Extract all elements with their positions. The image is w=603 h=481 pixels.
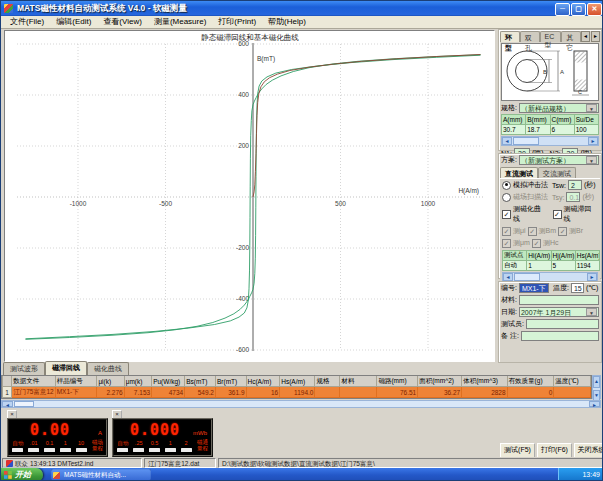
- spec-label: 规格:: [501, 103, 517, 113]
- dims-table-value[interactable]: 6: [550, 125, 574, 135]
- column-header[interactable]: 磁路(mm): [377, 376, 418, 387]
- column-header[interactable]: 样品编号: [55, 376, 97, 387]
- range-button[interactable]: [26, 448, 42, 452]
- measure-magcurve-checkbox[interactable]: ✓: [502, 210, 511, 219]
- taskbar-app-button[interactable]: MATS磁性材料自动...: [51, 469, 151, 481]
- menu-item-4[interactable]: 打印(Print): [213, 16, 261, 28]
- range-button[interactable]: [57, 448, 73, 452]
- range-button[interactable]: [162, 448, 178, 452]
- column-header[interactable]: μi(k): [97, 376, 124, 387]
- dim-label-b: B: [543, 69, 547, 75]
- maximize-button[interactable]: ▢: [571, 3, 586, 16]
- column-header[interactable]: 有效质量(g): [507, 376, 554, 387]
- dims-table-value[interactable]: 30.7: [502, 125, 526, 135]
- led-meter-flux: 0.000mWb自动.250.512磁通量程: [112, 418, 213, 457]
- tab-core-type-0[interactable]: 环型: [500, 31, 520, 42]
- print-button[interactable]: 打印(F6): [537, 443, 572, 458]
- column-header[interactable]: 材料: [340, 376, 377, 387]
- brand-icon: [6, 460, 13, 467]
- column-header[interactable]: Br(mT): [215, 376, 246, 387]
- table-hscrollbar[interactable]: ◄►: [1, 400, 601, 408]
- temp-input[interactable]: 15: [571, 283, 584, 293]
- app-icon: [4, 4, 13, 13]
- scroll-right-icon[interactable]: ►: [591, 31, 600, 42]
- tab-core-type-1[interactable]: 双孔: [520, 31, 540, 42]
- sub-checkbox-测Bm[interactable]: ✓: [528, 227, 537, 236]
- minimize-button[interactable]: ─: [555, 3, 570, 16]
- cell: 0: [507, 387, 554, 398]
- sub-checkbox-测μm[interactable]: ✓: [502, 239, 511, 248]
- tsw-input[interactable]: 2: [568, 180, 582, 190]
- column-header[interactable]: μm(k): [124, 376, 151, 387]
- column-header[interactable]: Hs(A/m): [280, 376, 315, 387]
- range-button[interactable]: [115, 448, 131, 452]
- sweep-method-radio[interactable]: [502, 193, 511, 202]
- dims-table-value[interactable]: 100: [574, 125, 598, 135]
- tab-result-2[interactable]: 磁化曲线: [87, 362, 129, 375]
- svg-text:500: 500: [335, 200, 346, 207]
- sample-group: 环型双孔EC型其它◄► B A: [498, 29, 602, 151]
- tab-core-type-3[interactable]: 其它: [561, 31, 581, 42]
- tab-result-1[interactable]: 磁滞回线: [45, 361, 87, 375]
- range-label: 自动: [10, 440, 26, 447]
- column-header[interactable]: Bs(mT): [185, 376, 216, 387]
- sub-checkbox-测μi[interactable]: ✓: [502, 227, 511, 236]
- dims-table-value[interactable]: 18.7: [526, 125, 550, 135]
- test-button[interactable]: 测试(F5): [500, 443, 535, 458]
- tsy-input[interactable]: 0.1: [566, 192, 580, 202]
- menu-item-1[interactable]: 编辑(Edit): [51, 16, 96, 28]
- table-vscrollbar[interactable]: ▲▼: [592, 375, 601, 399]
- info-group: 编号: MX1-下 温度: 15 (℃) 材料: 日期: 2007年 1月29日…: [498, 281, 602, 363]
- tab-result-0[interactable]: 测试波形: [3, 362, 45, 375]
- column-header[interactable]: 规格: [315, 376, 340, 387]
- svg-text:400: 400: [238, 91, 249, 98]
- measure-loop-checkbox[interactable]: ✓: [553, 210, 562, 219]
- sub-checkbox-测Hc[interactable]: ✓: [532, 239, 541, 248]
- close-button[interactable]: ✕: [587, 3, 602, 16]
- impulse-method-radio[interactable]: [502, 181, 511, 190]
- column-header[interactable]: 体积(mm^3): [462, 376, 507, 387]
- test-group: 方案: （新测试方案）▼ 直流测试交流测试 模拟冲击法 Tsw: 2 (秒) 磁…: [498, 153, 602, 279]
- menu-item-0[interactable]: 文件(File): [5, 16, 49, 28]
- title-bar[interactable]: MATS磁性材料自动测试系统 V4.0 - 软磁测量 ─ ▢ ✕: [1, 1, 603, 16]
- start-button[interactable]: 开始: [1, 468, 43, 481]
- shutdown-button[interactable]: 关闭系统: [574, 443, 603, 458]
- date-picker[interactable]: 2007年 1月29日▼: [519, 307, 599, 317]
- tester-input[interactable]: [526, 319, 599, 329]
- sample-id-label: 编号:: [501, 283, 517, 293]
- menu-item-3[interactable]: 测量(Measure): [149, 16, 211, 28]
- sample-id-input[interactable]: MX1-下: [519, 283, 549, 293]
- table-row[interactable]: 1江门75富意12MX1-下2.2767.1534734549.2361.916…: [3, 387, 591, 398]
- points-table-value[interactable]: 5: [551, 261, 575, 271]
- note-input[interactable]: [521, 331, 599, 341]
- points-table-value[interactable]: 1: [527, 261, 551, 271]
- plan-combo[interactable]: （新测试方案）▼: [519, 155, 599, 165]
- svg-text:-600: -600: [236, 346, 249, 353]
- meter-caption: 磁场量程: [90, 439, 105, 452]
- range-button[interactable]: [147, 448, 163, 452]
- column-header[interactable]: 面积(mm^2): [418, 376, 462, 387]
- spec-combo[interactable]: （新样品规格）▼: [519, 103, 599, 113]
- tab-test-mode-0[interactable]: 直流测试: [500, 167, 538, 178]
- range-button[interactable]: [10, 448, 26, 452]
- menu-item-2[interactable]: 查看(View): [98, 16, 147, 28]
- system-tray[interactable]: 13:49: [558, 468, 603, 481]
- sub-checkbox-测Br[interactable]: ✓: [558, 227, 567, 236]
- range-button[interactable]: [178, 448, 194, 452]
- dims-hscrollbar[interactable]: ◄►: [501, 136, 599, 146]
- scroll-left-icon[interactable]: ◄: [581, 31, 590, 42]
- column-header[interactable]: Hc(A/m): [246, 376, 280, 387]
- column-header[interactable]: 数据文件: [12, 376, 55, 387]
- range-button[interactable]: [131, 448, 147, 452]
- range-button[interactable]: [42, 448, 58, 452]
- tab-test-mode-1[interactable]: 交流测试: [538, 167, 576, 178]
- points-table-value[interactable]: 1194: [575, 261, 599, 271]
- material-input[interactable]: [519, 295, 599, 305]
- hysteresis-chart: -1000-5005001000600400200-200-400-600B(m…: [5, 31, 494, 361]
- column-header[interactable]: 温度(℃): [554, 376, 591, 387]
- points-table-value[interactable]: 自动: [503, 261, 527, 271]
- tab-core-type-2[interactable]: EC型: [540, 31, 562, 42]
- menu-item-5[interactable]: 帮助(Help): [263, 16, 311, 28]
- range-button[interactable]: [73, 448, 89, 452]
- column-header[interactable]: Pu(W/kg): [152, 376, 185, 387]
